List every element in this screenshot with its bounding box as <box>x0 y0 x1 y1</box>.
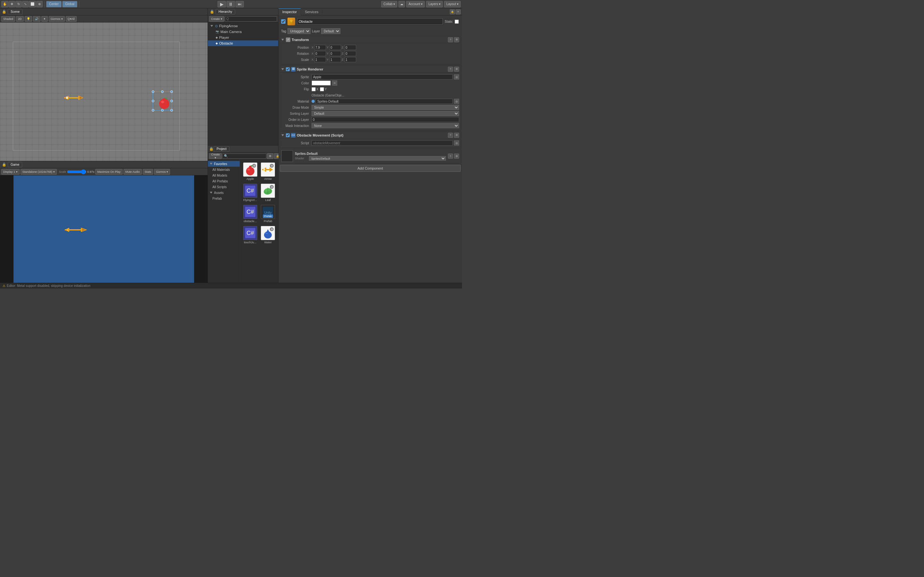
project-search-input[interactable] <box>222 153 266 159</box>
mute-btn[interactable]: Mute Audio <box>124 169 142 175</box>
rot-y-input[interactable] <box>330 51 341 56</box>
asset-prefab[interactable]: Unity Prefab Prefab <box>260 204 276 224</box>
sprite-ref[interactable]: Apple <box>312 74 453 79</box>
all-materials-folder[interactable]: All Materials <box>208 167 240 172</box>
static-checkbox[interactable] <box>455 19 459 24</box>
2d-btn[interactable]: 2D <box>16 16 24 22</box>
sd-settings-btn[interactable]: ⚙ <box>454 153 459 159</box>
obj-active-checkbox[interactable] <box>281 19 286 24</box>
scale-slider[interactable] <box>67 170 86 173</box>
asset-leaf[interactable]: ⚙ Leaf <box>260 183 276 203</box>
transform-tool[interactable]: ⊕ <box>36 1 43 7</box>
material-value[interactable]: Sprites-Default <box>316 99 453 104</box>
project-create-btn[interactable]: Create ▾ <box>209 153 222 159</box>
sorting-layer-select[interactable]: Default <box>312 111 459 116</box>
transform-header[interactable]: ⤢ Transform ? ⚙ <box>280 36 460 43</box>
game-gizmos-btn[interactable]: Gizmos ▾ <box>154 169 170 175</box>
cloud-btn[interactable]: ☁ <box>399 1 405 7</box>
assets-folder[interactable]: Assets <box>208 190 240 195</box>
hierarchy-item-camera[interactable]: 📷 Main Camera <box>208 29 278 35</box>
step-button[interactable]: ⏭ <box>236 1 244 7</box>
all-scripts-folder[interactable]: All Scripts <box>208 184 240 190</box>
obj-name-input[interactable] <box>297 18 443 25</box>
asset-flying-arrow[interactable]: C# FlyingArr... <box>242 183 258 203</box>
game-tab[interactable]: Game <box>8 162 22 167</box>
rect-tool[interactable]: ⬜ <box>29 1 36 7</box>
om-checkbox[interactable] <box>286 133 290 137</box>
project-settings-btn[interactable]: ⚙ <box>267 153 273 159</box>
fx-btn[interactable]: ✦ <box>41 16 48 22</box>
scale-x-input[interactable] <box>314 57 326 62</box>
hierarchy-search-input[interactable] <box>225 16 277 21</box>
arrow-object[interactable] <box>64 93 90 103</box>
scale-y-input[interactable] <box>330 57 341 62</box>
scale-z-input[interactable] <box>344 57 356 62</box>
project-tab[interactable]: Project <box>214 146 229 152</box>
hand-tool[interactable]: ✋ <box>1 1 8 7</box>
hierarchy-item-obstacle[interactable]: ◆ Obstacle <box>208 40 278 46</box>
flip-x-checkbox[interactable] <box>312 87 316 91</box>
rotate-tool[interactable]: ↻ <box>15 1 22 7</box>
transform-help-btn[interactable]: ? <box>448 37 453 42</box>
audio-btn[interactable]: 🔊 <box>33 16 40 22</box>
draw-mode-select[interactable]: Simple <box>312 105 459 110</box>
layer-select[interactable]: Default <box>321 28 341 34</box>
material-pick-btn[interactable]: ◎ <box>454 99 459 104</box>
sprite-renderer-checkbox[interactable] <box>286 67 290 71</box>
sr-help-btn[interactable]: ? <box>448 67 453 72</box>
prefab-folder[interactable]: Prefab <box>208 195 240 201</box>
search-scene-btn[interactable]: Q▾All <box>66 16 77 22</box>
all-models-folder[interactable]: All Models <box>208 172 240 178</box>
move-tool[interactable]: ✥ <box>9 1 15 7</box>
obstacle-movement-header[interactable]: C# Obstacle Movement (Script) ? ⚙ <box>280 132 460 139</box>
play-button[interactable]: ▶ <box>218 1 226 7</box>
display-btn[interactable]: Display 1 ▾ <box>1 169 19 175</box>
om-settings-btn[interactable]: ⚙ <box>454 133 459 138</box>
transform-settings-btn[interactable]: ⚙ <box>454 37 459 42</box>
asset-touchjump[interactable]: C# touchJu... <box>242 225 258 245</box>
rot-z-input[interactable] <box>344 51 356 56</box>
hierarchy-tab[interactable]: Hierarchy <box>216 9 235 15</box>
rot-x-input[interactable] <box>314 51 326 56</box>
sd-edit-btn[interactable]: ? <box>448 153 453 159</box>
inspector-tab-inspector[interactable]: Inspector <box>278 8 301 15</box>
scene-tab[interactable]: Scene <box>8 9 23 15</box>
apple-object[interactable] <box>157 95 171 110</box>
scene-view[interactable] <box>0 23 208 161</box>
add-component-button[interactable]: Add Component <box>280 165 461 172</box>
tag-select[interactable]: Untagged <box>288 28 310 34</box>
hierarchy-item-player[interactable]: ◆ Player <box>208 35 278 40</box>
favorites-folder[interactable]: Favorites <box>208 161 240 167</box>
om-help-btn[interactable]: ? <box>448 133 453 138</box>
lighting-btn[interactable]: 💡 <box>25 16 32 22</box>
stats-btn[interactable]: Stats <box>143 169 153 175</box>
hierarchy-item-flyingarrow[interactable]: ⊙ FlyingArrow <box>208 23 278 29</box>
script-ref[interactable]: obstacleMovement <box>312 140 453 145</box>
script-pick-btn[interactable]: ◎ <box>454 140 459 145</box>
pos-z-input[interactable] <box>344 45 356 50</box>
global-toggle[interactable]: Global <box>62 1 78 7</box>
sprite-pick-btn[interactable]: ◎ <box>454 74 459 79</box>
pos-x-input[interactable] <box>314 45 326 50</box>
asset-obstacle-script[interactable]: C# obstacle... <box>242 204 258 224</box>
scale-tool[interactable]: ⤡ <box>22 1 29 7</box>
account-dropdown[interactable]: Account ▾ <box>406 1 425 7</box>
asset-apple[interactable]: ⚙ Apple <box>242 161 258 181</box>
order-input[interactable] <box>312 117 459 122</box>
shader-select[interactable]: Sprites/Default <box>309 156 446 161</box>
color-pick-btn[interactable]: ✏ <box>332 81 337 85</box>
color-box[interactable] <box>312 81 331 85</box>
hierarchy-create-btn[interactable]: Create ▾ <box>209 16 224 22</box>
all-prefabs-folder[interactable]: All Prefabs <box>208 178 240 184</box>
shaded-btn[interactable]: Shaded <box>1 16 15 22</box>
inspector-menu-btn[interactable]: ≡ <box>456 9 461 15</box>
inspector-tab-services[interactable]: Services <box>301 8 322 15</box>
sprite-renderer-header[interactable]: 🖼 Sprite Renderer ? ⚙ <box>280 66 460 73</box>
sr-settings-btn[interactable]: ⚙ <box>454 67 459 72</box>
asset-arrow[interactable]: ⚙ Arrow <box>260 161 276 181</box>
mask-select[interactable]: None <box>312 123 459 128</box>
collab-dropdown[interactable]: Collab ▾ <box>381 1 397 7</box>
gizmos-btn[interactable]: Gizmos ▾ <box>49 16 65 22</box>
resolution-btn[interactable]: Standalone (1024x768) ▾ <box>21 169 57 175</box>
layers-dropdown[interactable]: Layers ▾ <box>426 1 443 7</box>
